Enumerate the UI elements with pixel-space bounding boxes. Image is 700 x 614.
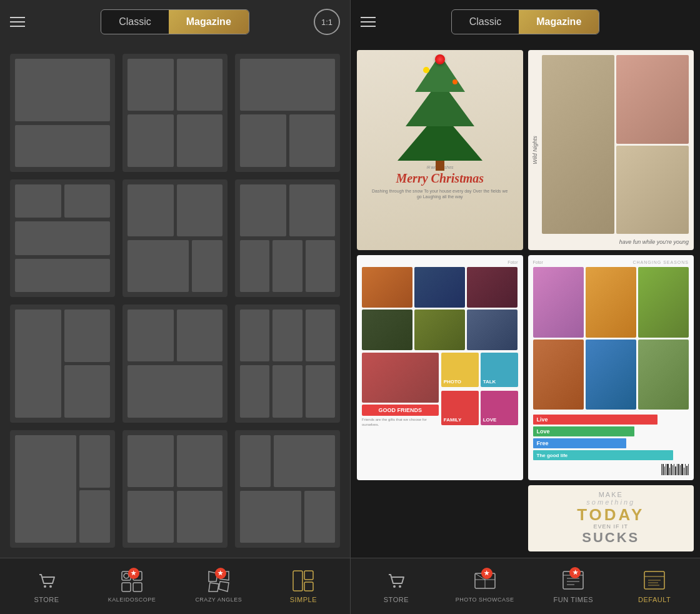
right-gallery: ✉ with wishes Merry Christmas Dashing th… bbox=[351, 44, 700, 558]
talk-tag: TALK bbox=[481, 353, 518, 387]
friends-p6 bbox=[467, 310, 518, 350]
nav-store-left[interactable]: STORE bbox=[25, 570, 69, 603]
crazy-angles-label: CRAZY ANGLES bbox=[195, 596, 242, 603]
svg-rect-5 bbox=[122, 583, 131, 591]
friends-p2 bbox=[414, 267, 465, 308]
right-menu-icon[interactable] bbox=[361, 17, 376, 27]
nav-store-right[interactable]: STORE bbox=[374, 570, 418, 603]
template-4[interactable] bbox=[10, 179, 115, 298]
template-11[interactable] bbox=[122, 430, 228, 548]
template-8[interactable] bbox=[122, 304, 228, 423]
wn-photo-1 bbox=[616, 55, 689, 144]
default-icon bbox=[642, 570, 667, 592]
maketoday-something: something bbox=[586, 498, 635, 506]
nav-fun-times[interactable]: ★ FUN TIMES bbox=[551, 570, 595, 603]
left-tab-magazine[interactable]: Magazine bbox=[169, 10, 249, 34]
fun-times-icon: ★ bbox=[561, 570, 586, 592]
right-tab-group: Classic Magazine bbox=[451, 9, 600, 34]
store-label-left: STORE bbox=[34, 596, 59, 603]
right-tab-classic[interactable]: Classic bbox=[452, 10, 519, 34]
nav-kaleidoscope[interactable]: ★ KALEIDOSCOPE bbox=[108, 570, 156, 603]
maketoday-today: TODAY bbox=[577, 506, 644, 524]
svg-rect-12 bbox=[304, 571, 313, 580]
svg-marker-9 bbox=[209, 583, 219, 591]
cart-icon bbox=[34, 570, 59, 592]
seasons-fotor: Fotor bbox=[533, 260, 543, 264]
seasons-p1 bbox=[533, 267, 584, 338]
maketoday-sucks: SUCKS bbox=[582, 530, 639, 546]
kaleidoscope-icon: ★ bbox=[119, 570, 144, 593]
tag-free: Free bbox=[533, 438, 627, 448]
fun-times-label: FUN TIMES bbox=[554, 596, 594, 603]
tag-live: Live bbox=[533, 415, 658, 425]
left-tab-classic[interactable]: Classic bbox=[101, 10, 169, 34]
simple-icon bbox=[291, 570, 316, 592]
love-tag: LOVE bbox=[481, 391, 518, 425]
seasons-p5 bbox=[586, 340, 636, 410]
seasons-p2 bbox=[586, 267, 636, 338]
svg-rect-11 bbox=[293, 571, 302, 591]
left-menu-icon[interactable] bbox=[10, 17, 25, 27]
left-panel: Classic Magazine 1:1 bbox=[0, 0, 350, 614]
nav-simple[interactable]: SIMPLE bbox=[281, 570, 325, 603]
template-9[interactable] bbox=[235, 304, 340, 423]
card-seasons[interactable]: Fotor CHANGING SEASONS Live Love Free Th… bbox=[528, 255, 694, 480]
fun-times-badge: ★ bbox=[569, 567, 581, 578]
seasons-title: CHANGING SEASONS bbox=[632, 260, 689, 264]
card-maketoday[interactable]: MAKE something TODAY EVEN IF IT SUCKS bbox=[528, 485, 694, 551]
photo-tag: PHOTO bbox=[441, 353, 479, 387]
seasons-p3 bbox=[638, 267, 689, 338]
seasons-p6 bbox=[638, 340, 689, 410]
left-bottom-nav: STORE ★ KALEIDOSCOPE bbox=[0, 558, 350, 614]
photo-showcase-icon: ★ bbox=[472, 570, 498, 593]
wildnights-title: Wild Nights bbox=[532, 136, 538, 164]
friends-p4 bbox=[362, 310, 412, 350]
friends-p1 bbox=[362, 267, 412, 308]
wn-photo-2 bbox=[542, 55, 614, 234]
tag-love: Love bbox=[533, 426, 634, 436]
store-label-right: STORE bbox=[384, 596, 409, 603]
crazy-angles-icon: ★ bbox=[206, 570, 231, 593]
template-10[interactable] bbox=[10, 430, 115, 548]
card-wildnights[interactable]: Wild Nights have fun while you're young bbox=[528, 50, 694, 250]
default-label: DEFAULT bbox=[638, 596, 671, 603]
template-1[interactable] bbox=[10, 54, 115, 172]
maketoday-even: EVEN IF IT bbox=[593, 523, 628, 530]
ratio-button[interactable]: 1:1 bbox=[314, 9, 340, 35]
svg-point-1 bbox=[49, 585, 52, 588]
christmas-title: Merry Christmas bbox=[363, 171, 517, 186]
template-6[interactable] bbox=[235, 179, 340, 298]
right-bottom-nav: STORE ★ PHOTO SHOWCASE bbox=[351, 558, 700, 614]
family-tag: FAMILY bbox=[441, 391, 479, 425]
simple-label: SIMPLE bbox=[290, 596, 317, 603]
svg-point-14 bbox=[393, 585, 396, 588]
nav-photo-showcase[interactable]: ★ PHOTO SHOWCASE bbox=[456, 570, 514, 603]
nav-crazy-angles[interactable]: ★ CRAZY ANGLES bbox=[195, 570, 242, 603]
left-template-grid bbox=[0, 44, 350, 558]
template-5[interactable] bbox=[122, 179, 228, 298]
barcode bbox=[533, 464, 689, 475]
friends-main-photo bbox=[362, 353, 439, 403]
friends-desc: Friends are the gifts that we choose for… bbox=[362, 418, 439, 428]
cart-icon-right bbox=[384, 570, 409, 592]
photo-showcase-label: PHOTO SHOWCASE bbox=[456, 596, 514, 603]
svg-marker-10 bbox=[219, 581, 229, 591]
tag-good-life: The good life bbox=[533, 450, 674, 460]
maketoday-make: MAKE bbox=[599, 491, 623, 498]
svg-point-15 bbox=[399, 585, 401, 588]
left-tab-group: Classic Magazine bbox=[101, 9, 249, 34]
card-friends[interactable]: Fotor GOOD FRIENDS Friends are the gifts… bbox=[357, 255, 523, 480]
template-7[interactable] bbox=[10, 304, 115, 423]
right-tab-magazine[interactable]: Magazine bbox=[519, 10, 599, 34]
friends-p5 bbox=[414, 310, 465, 350]
wn-photo-3 bbox=[616, 146, 689, 234]
card-christmas[interactable]: ✉ with wishes Merry Christmas Dashing th… bbox=[357, 50, 523, 250]
template-3[interactable] bbox=[235, 54, 340, 172]
kaleidoscope-badge: ★ bbox=[128, 568, 139, 579]
template-12[interactable] bbox=[235, 430, 340, 548]
kaleidoscope-label: KALEIDOSCOPE bbox=[108, 596, 156, 603]
template-2[interactable] bbox=[122, 54, 228, 172]
wildnights-caption: have fun while you're young bbox=[528, 236, 694, 250]
nav-default[interactable]: DEFAULT bbox=[632, 570, 676, 603]
seasons-p4 bbox=[533, 340, 584, 410]
